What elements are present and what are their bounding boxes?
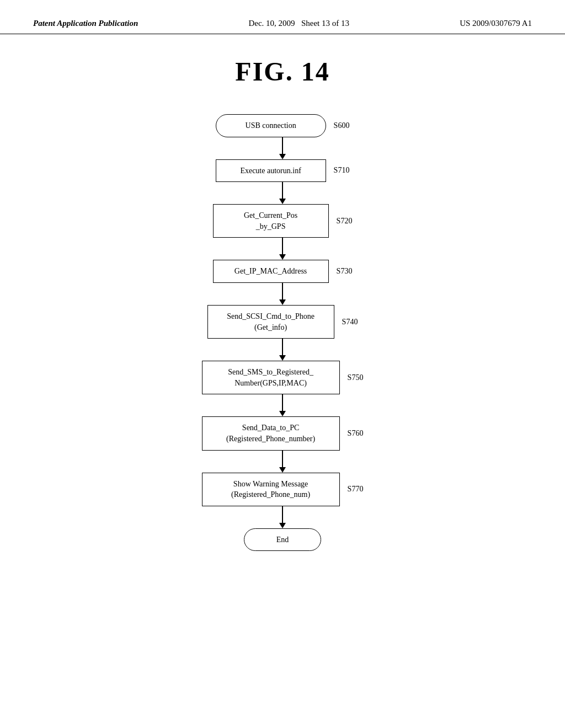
end-label: End <box>276 536 289 544</box>
execute-autorun-label: Execute autorun.inf <box>240 167 301 175</box>
flow-item-s750: Send_SMS_to_Registered_Number(GPS,IP,MAC… <box>202 361 364 416</box>
flow-item-s720: Get_Current_Pos_by_GPS S720 <box>213 204 353 260</box>
connector-s740-s750 <box>279 339 286 361</box>
patent-number: US 2009/0307679 A1 <box>460 19 532 28</box>
row-s760: Send_Data_to_PC(Registered_Phone_number)… <box>202 416 364 450</box>
figure-title-text: FIG. 14 <box>235 57 329 86</box>
box-send-sms: Send_SMS_to_Registered_Number(GPS,IP,MAC… <box>202 361 340 394</box>
arrow-s730 <box>279 299 286 305</box>
step-s600-label: S600 <box>334 121 350 130</box>
line-s770 <box>282 506 283 523</box>
step-s710-label: S710 <box>334 166 350 175</box>
line-s750 <box>282 394 283 411</box>
line-s730 <box>282 283 283 299</box>
arrow-s740 <box>279 355 286 361</box>
line-s600 <box>282 137 283 154</box>
flow-item-s740: Send_SCSI_Cmd_to_Phone(Get_info) S740 <box>207 305 358 361</box>
show-warning-label: Show Warning Message(Registered_Phone_nu… <box>231 480 310 499</box>
arrow-s720 <box>279 254 286 260</box>
header-middle: Dec. 10, 2009 Sheet 13 of 13 <box>248 18 349 29</box>
box-show-warning: Show Warning Message(Registered_Phone_nu… <box>202 473 340 506</box>
row-s750: Send_SMS_to_Registered_Number(GPS,IP,MAC… <box>202 361 364 394</box>
step-s760-label: S760 <box>348 429 364 438</box>
step-s720-label: S720 <box>337 217 353 226</box>
arrow-s750 <box>279 411 286 416</box>
flow-item-s710: Execute autorun.inf S710 <box>216 159 350 205</box>
box-usb-connection: USB connection <box>216 114 326 137</box>
box-execute-autorun: Execute autorun.inf <box>216 159 326 183</box>
send-sms-label: Send_SMS_to_Registered_Number(GPS,IP,MAC… <box>228 368 313 387</box>
send-data-label: Send_Data_to_PC(Registered_Phone_number) <box>226 424 315 443</box>
get-current-pos-label: Get_Current_Pos_by_GPS <box>244 211 297 231</box>
sheet-label: Sheet 13 of 13 <box>301 19 349 28</box>
connector-s760-s770 <box>279 451 286 473</box>
arrow-s760 <box>279 467 286 473</box>
line-s760 <box>282 451 283 467</box>
row-end: End <box>244 528 321 552</box>
box-get-current-pos: Get_Current_Pos_by_GPS <box>213 204 329 238</box>
figure-title: FIG. 14 <box>0 56 565 87</box>
row-s730: Get_IP_MAC_Address S730 <box>213 260 353 283</box>
line-s710 <box>282 182 283 199</box>
send-scsi-label: Send_SCSI_Cmd_to_Phone(Get_info) <box>227 312 315 331</box>
row-s600: USB connection S600 <box>216 114 350 137</box>
connector-s720-s730 <box>279 238 286 260</box>
publication-label: Patent Application Publication <box>33 19 138 28</box>
box-get-ip-mac: Get_IP_MAC_Address <box>213 260 329 283</box>
header-right: US 2009/0307679 A1 <box>460 18 532 29</box>
box-send-data: Send_Data_to_PC(Registered_Phone_number) <box>202 416 340 450</box>
date-label: Dec. 10, 2009 <box>248 19 295 28</box>
arrow-s600 <box>279 154 286 159</box>
step-s740-label: S740 <box>342 318 358 326</box>
connector-s710-s720 <box>279 182 286 204</box>
row-s710: Execute autorun.inf S710 <box>216 159 350 183</box>
box-end: End <box>244 528 321 552</box>
flow-item-s770: Show Warning Message(Registered_Phone_nu… <box>202 473 364 528</box>
arrow-s710 <box>279 199 286 204</box>
row-s740: Send_SCSI_Cmd_to_Phone(Get_info) S740 <box>207 305 358 339</box>
line-s720 <box>282 238 283 254</box>
step-s770-label: S770 <box>348 485 364 494</box>
page-header: Patent Application Publication Dec. 10, … <box>0 0 565 34</box>
flow-item-s730: Get_IP_MAC_Address S730 <box>213 260 353 305</box>
step-s750-label: S750 <box>348 373 364 382</box>
flow-item-s600: USB connection S600 <box>216 114 350 159</box>
row-s770: Show Warning Message(Registered_Phone_nu… <box>202 473 364 506</box>
usb-connection-label: USB connection <box>246 121 296 130</box>
connector-s730-s740 <box>279 283 286 305</box>
row-s720: Get_Current_Pos_by_GPS S720 <box>213 204 353 238</box>
box-send-scsi: Send_SCSI_Cmd_to_Phone(Get_info) <box>207 305 334 339</box>
step-s730-label: S730 <box>337 267 353 276</box>
line-s740 <box>282 339 283 355</box>
flow-item-s760: Send_Data_to_PC(Registered_Phone_number)… <box>202 416 364 472</box>
get-ip-mac-label: Get_IP_MAC_Address <box>234 267 307 275</box>
connector-s770-end <box>279 506 286 528</box>
flow-item-end: End <box>244 528 321 552</box>
connector-s600-s710 <box>279 137 286 159</box>
header-left: Patent Application Publication <box>33 18 138 29</box>
arrow-s770 <box>279 523 286 528</box>
diagram-container: USB connection S600 Execute autorun.inf … <box>0 114 565 551</box>
connector-s750-s760 <box>279 394 286 416</box>
